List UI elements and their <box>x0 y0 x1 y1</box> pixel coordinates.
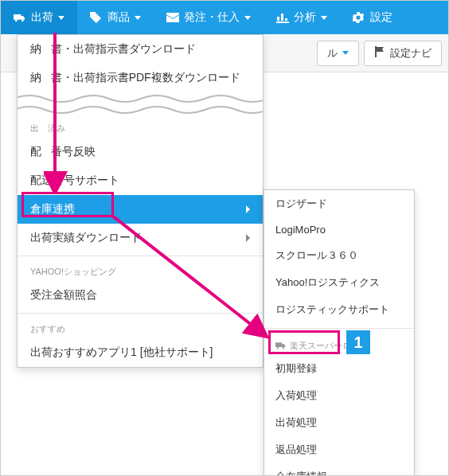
sub-rakuten-item-3[interactable]: 返品処理 <box>264 436 414 463</box>
envelope-icon <box>166 12 179 23</box>
sub-item-3[interactable]: Yahoo!ロジスティクス <box>264 269 414 296</box>
dd-tracking-support[interactable]: 配送番号サポート <box>18 166 263 195</box>
divider <box>18 313 263 314</box>
dd-shipping-result-dl[interactable]: 出荷実績ダウンロード <box>18 224 263 252</box>
sub-item-0[interactable]: ロジザード <box>264 190 414 217</box>
tag-icon <box>90 12 103 23</box>
dd-header-done: 出 済み <box>18 116 263 138</box>
chart-icon <box>276 12 289 23</box>
sub-rakuten-item-0[interactable]: 初期登録 <box>264 355 414 382</box>
nav-products-label: 商品 <box>107 10 130 25</box>
dd-receivable-check[interactable]: 受注金額照合 <box>18 281 263 310</box>
chevron-right-icon <box>246 234 250 242</box>
top-nav: 出荷 商品 発注・仕入 分析 設定 <box>1 1 448 34</box>
truck-icon <box>275 341 287 351</box>
caret-down-icon <box>135 16 141 20</box>
sub-rakuten-item-4[interactable]: 全在庫情報 <box>264 463 414 476</box>
caret-down-icon <box>244 16 251 20</box>
dd-warehouse-link[interactable]: 倉庫連携 <box>18 195 263 224</box>
divider <box>18 256 263 256</box>
caret-down-icon <box>321 16 327 20</box>
toolbar-btn-ru[interactable]: ル <box>317 41 359 66</box>
nav-settings-label: 設定 <box>370 10 392 25</box>
nav-products[interactable]: 商品 <box>77 1 154 34</box>
flag-icon <box>374 46 385 60</box>
sub-header-rakuten: 楽天スーパーロジ <box>264 334 414 355</box>
dd-header-yahoo: YAHOO!ショッピング <box>18 259 263 281</box>
nav-settings[interactable]: 設定 <box>340 1 405 34</box>
chevron-right-icon <box>246 205 250 213</box>
dd-delivery-instruction-pdf-dl[interactable]: 納 書・出荷指示書PDF複数ダウンロード <box>18 64 263 92</box>
collapsed-wave-icon <box>18 92 263 116</box>
sub-item-4[interactable]: ロジスティックサポート <box>264 296 414 323</box>
nav-orders[interactable]: 発注・仕入 <box>154 1 264 34</box>
nav-orders-label: 発注・仕入 <box>184 10 240 25</box>
nav-analytics[interactable]: 分析 <box>264 1 340 34</box>
dd-tracking-reflect[interactable]: 配 番号反映 <box>18 138 263 166</box>
dd-header-recommend: おすすめ <box>18 317 263 338</box>
dd-recommend-app[interactable]: 出荷おすすめアプリ1 [他社サポート] <box>18 338 263 367</box>
sub-item-2[interactable]: スクロール３６０ <box>264 242 414 269</box>
nav-shipping[interactable]: 出荷 <box>1 1 77 34</box>
nav-shipping-label: 出荷 <box>31 10 53 25</box>
sub-rakuten-item-1[interactable]: 入荷処理 <box>264 382 414 409</box>
toolbar-btn-settings-nav[interactable]: 設定ナビ <box>364 41 442 66</box>
truck-icon <box>14 12 26 23</box>
divider <box>264 328 414 329</box>
sub-rakuten-item-2[interactable]: 出荷処理 <box>264 409 414 436</box>
gear-icon <box>353 12 365 23</box>
warehouse-submenu: ロジザードLogiMoProスクロール３６０Yahoo!ロジスティクスロジスティ… <box>264 189 415 476</box>
caret-down-icon <box>58 16 64 20</box>
shipping-dropdown: 納 書・出荷指示書ダウンロード 納 書・出荷指示書PDF複数ダウンロード 出 済… <box>17 34 264 368</box>
dd-delivery-instruction-dl[interactable]: 納 書・出荷指示書ダウンロード <box>18 35 263 64</box>
sub-item-1[interactable]: LogiMoPro <box>264 217 414 242</box>
caret-down-icon <box>342 51 349 55</box>
nav-analytics-label: 分析 <box>294 10 316 25</box>
